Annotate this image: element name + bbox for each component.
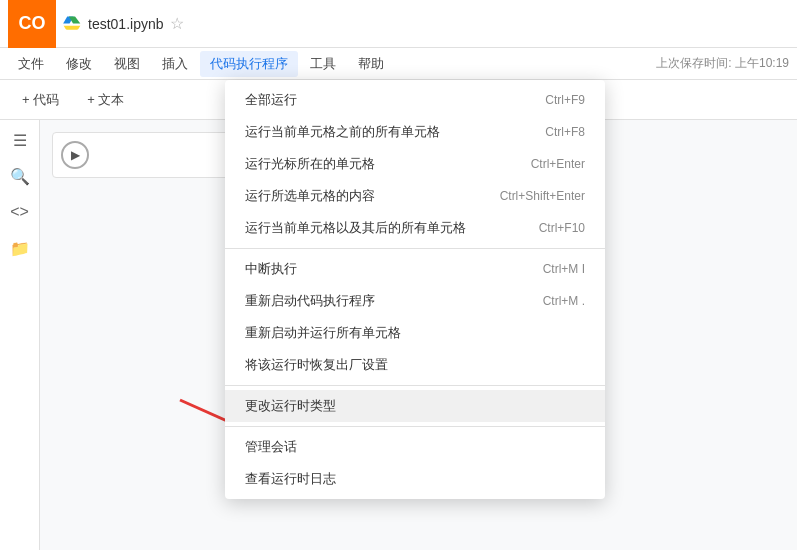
sidebar-folder-icon[interactable]: 📁 (8, 236, 32, 260)
menubar: 文件 修改 视图 插入 代码执行程序 工具 帮助 上次保存时间: 上午10:19 (0, 48, 797, 80)
sidebar-search-icon[interactable]: 🔍 (8, 164, 32, 188)
menu-file[interactable]: 文件 (8, 51, 54, 77)
divider-3 (225, 426, 605, 427)
menu-view[interactable]: 视图 (104, 51, 150, 77)
dropdown-item-run-all[interactable]: 全部运行 Ctrl+F9 (225, 84, 605, 116)
sidebar-code-icon[interactable]: <> (8, 200, 32, 224)
menu-insert[interactable]: 插入 (152, 51, 198, 77)
dropdown-item-view-logs[interactable]: 查看运行时日志 (225, 463, 605, 495)
dropdown-item-change-runtime[interactable]: 更改运行时类型 (225, 390, 605, 422)
divider-1 (225, 248, 605, 249)
sidebar-menu-icon[interactable]: ☰ (8, 128, 32, 152)
dropdown-item-run-selected[interactable]: 运行所选单元格的内容 Ctrl+Shift+Enter (225, 180, 605, 212)
sidebar: ☰ 🔍 <> 📁 (0, 120, 40, 550)
dropdown-item-factory-reset[interactable]: 将该运行时恢复出厂设置 (225, 349, 605, 381)
add-text-button[interactable]: + 文本 (77, 87, 134, 113)
dropdown-menu: 全部运行 Ctrl+F9 运行当前单元格之前的所有单元格 Ctrl+F8 运行光… (225, 80, 605, 499)
drive-icon (62, 14, 82, 34)
dropdown-item-run-cursor[interactable]: 运行光标所在的单元格 Ctrl+Enter (225, 148, 605, 180)
cell-area: ▶ (52, 132, 252, 178)
menu-runtime[interactable]: 代码执行程序 (200, 51, 298, 77)
file-info: test01.ipynb ☆ (62, 14, 789, 34)
menu-help[interactable]: 帮助 (348, 51, 394, 77)
logo: CO (8, 0, 56, 48)
dropdown-item-interrupt[interactable]: 中断执行 Ctrl+M I (225, 253, 605, 285)
play-button[interactable]: ▶ (61, 141, 89, 169)
top-bar: CO test01.ipynb ☆ (0, 0, 797, 48)
dropdown-item-manage-sessions[interactable]: 管理会话 (225, 431, 605, 463)
dropdown-item-restart[interactable]: 重新启动代码执行程序 Ctrl+M . (225, 285, 605, 317)
menu-tools[interactable]: 工具 (300, 51, 346, 77)
dropdown-item-run-before[interactable]: 运行当前单元格之前的所有单元格 Ctrl+F8 (225, 116, 605, 148)
menu-edit[interactable]: 修改 (56, 51, 102, 77)
last-saved: 上次保存时间: 上午10:19 (656, 55, 789, 72)
dropdown-item-restart-run-all[interactable]: 重新启动并运行所有单元格 (225, 317, 605, 349)
divider-2 (225, 385, 605, 386)
add-code-button[interactable]: + 代码 (12, 87, 69, 113)
dropdown-item-run-after[interactable]: 运行当前单元格以及其后的所有单元格 Ctrl+F10 (225, 212, 605, 244)
filename[interactable]: test01.ipynb (88, 16, 164, 32)
star-icon[interactable]: ☆ (170, 14, 184, 33)
